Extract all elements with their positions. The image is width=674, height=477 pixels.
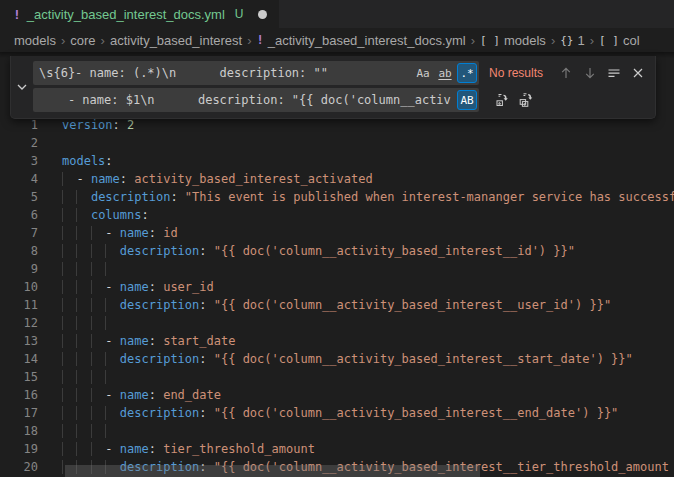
next-match-button[interactable] — [579, 62, 601, 84]
indent-guide — [91, 244, 105, 258]
indent-guide — [62, 208, 76, 222]
indent-guide — [76, 280, 90, 294]
breadcrumb-separator: › — [101, 33, 105, 48]
find-results-count: No results — [489, 66, 553, 80]
breadcrumb-label: core — [70, 33, 95, 48]
editor-tab[interactable]: ! _activity_based_interest_docs.yml U — [0, 0, 280, 28]
indent-guide — [62, 226, 76, 240]
breadcrumb-item[interactable]: core — [70, 33, 95, 48]
indent-guide — [62, 442, 76, 456]
indent-guide — [62, 406, 76, 420]
code-line[interactable]: 15 — [0, 368, 674, 386]
previous-match-button[interactable] — [555, 62, 577, 84]
indent-guide — [62, 172, 76, 186]
line-number: 11 — [0, 296, 38, 314]
indent-guide — [76, 424, 90, 438]
code-line[interactable]: 17 description: "{{ doc('column__activit… — [0, 404, 674, 422]
indent-guide — [105, 370, 119, 384]
code-line[interactable]: 11 description: "{{ doc('column__activit… — [0, 296, 674, 314]
breadcrumb-separator: › — [61, 33, 65, 48]
code-line[interactable]: 6 columns: — [0, 206, 674, 224]
git-status-badge: U — [235, 7, 244, 21]
indent-guide — [62, 262, 76, 276]
code-line[interactable]: 9 — [0, 260, 674, 278]
code-line[interactable]: 10 - name: user_id — [0, 278, 674, 296]
breadcrumb-item[interactable]: {}1 — [560, 33, 584, 48]
line-text: - name: activity_based_interest_activate… — [62, 170, 373, 188]
code-line[interactable]: 3models: — [0, 152, 674, 170]
code-line[interactable]: 19 - name: tier_threshold_amount — [0, 440, 674, 458]
indent-guide — [105, 316, 119, 330]
line-text — [62, 368, 120, 386]
breadcrumb-item[interactable]: models — [14, 33, 56, 48]
breadcrumb-label: activity_based_interest — [110, 33, 242, 48]
line-number: 3 — [0, 152, 38, 170]
replace-row: AB — [33, 88, 649, 112]
code-line[interactable]: 8 description: "{{ doc('column__activity… — [0, 242, 674, 260]
replace-all-button[interactable] — [515, 89, 537, 111]
modified-dot-icon[interactable] — [258, 10, 267, 19]
line-number: 4 — [0, 170, 38, 188]
line-number: 5 — [0, 188, 38, 206]
code-line[interactable]: 4 - name: activity_based_interest_activa… — [0, 170, 674, 188]
indent-guide — [91, 370, 105, 384]
indent-guide — [76, 388, 90, 402]
code-line[interactable]: 5 description: "This event is published … — [0, 188, 674, 206]
breadcrumb-label: 1 — [577, 33, 584, 48]
indent-guide — [76, 208, 90, 222]
breadcrumb-item[interactable]: [ ]models — [480, 33, 546, 48]
code-line[interactable]: 18 — [0, 422, 674, 440]
breadcrumb-label: models — [504, 33, 546, 48]
breadcrumb-item[interactable]: [ ]col — [599, 33, 640, 48]
find-options: Aa ab .* — [413, 63, 477, 83]
indent-guide — [91, 352, 105, 366]
replace-button[interactable] — [491, 89, 513, 111]
indent-guide — [62, 334, 76, 348]
line-text — [62, 260, 120, 278]
line-number: 6 — [0, 206, 38, 224]
indent-guide — [62, 244, 76, 258]
toggle-replace-button[interactable] — [11, 56, 33, 118]
indent-guide — [76, 442, 90, 456]
line-number: 7 — [0, 224, 38, 242]
match-case-toggle[interactable]: Aa — [413, 63, 433, 83]
line-number: 14 — [0, 350, 38, 368]
replace-options: AB — [457, 90, 477, 110]
breadcrumb-separator: › — [551, 33, 555, 48]
code-line[interactable]: 7 - name: id — [0, 224, 674, 242]
arrow-down-icon — [582, 65, 598, 81]
breadcrumb: models›core›activity_based_interest›!_ac… — [0, 28, 674, 52]
line-text — [62, 422, 120, 440]
breadcrumb-label: models — [14, 33, 56, 48]
find-replace-widget: Aa ab .* No results — [10, 56, 656, 119]
find-in-selection-button[interactable] — [603, 62, 625, 84]
regex-toggle[interactable]: .* — [457, 63, 477, 83]
close-icon — [630, 65, 646, 81]
code-line[interactable]: 16 - name: end_date — [0, 386, 674, 404]
indent-guide — [91, 280, 105, 294]
breadcrumb-label: col — [623, 33, 640, 48]
horizontal-scrollbar[interactable] — [65, 465, 480, 477]
line-text: columns: — [62, 206, 149, 224]
breadcrumb-item[interactable]: !_activity_based_interest_docs.yml — [257, 33, 466, 48]
indent-guide — [62, 190, 76, 204]
whole-word-toggle[interactable]: ab — [435, 63, 455, 83]
indent-guide — [105, 352, 119, 366]
close-find-button[interactable] — [627, 62, 649, 84]
indent-guide — [76, 316, 90, 330]
line-number: 10 — [0, 278, 38, 296]
indent-guide — [76, 298, 90, 312]
line-text: description: "{{ doc('column__activity_b… — [62, 242, 575, 260]
breadcrumb-separator: › — [590, 33, 594, 48]
code-line[interactable]: 13 - name: start_date — [0, 332, 674, 350]
code-line[interactable]: 2 — [0, 134, 674, 152]
replace-input[interactable] — [33, 88, 479, 112]
preserve-case-toggle[interactable]: AB — [457, 90, 477, 110]
indent-guide — [105, 424, 119, 438]
indent-guide — [105, 406, 119, 420]
indent-guide — [91, 388, 105, 402]
breadcrumb-item[interactable]: activity_based_interest — [110, 33, 242, 48]
code-line[interactable]: 14 description: "{{ doc('column__activit… — [0, 350, 674, 368]
indent-guide — [62, 370, 76, 384]
code-line[interactable]: 12 — [0, 314, 674, 332]
